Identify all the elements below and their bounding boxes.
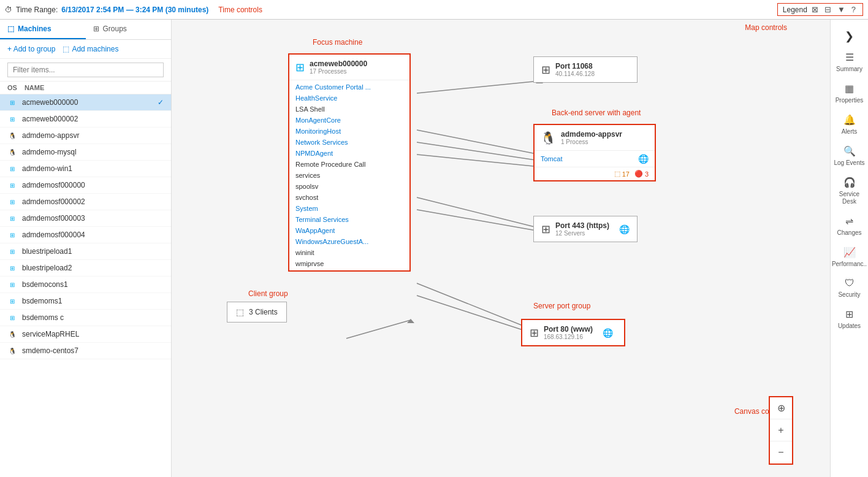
windows-os-icon: ⊞: [7, 263, 17, 273]
focus-machine-service[interactable]: WaAppAgent: [289, 225, 409, 236]
spg-globe-icon: 🌐: [603, 328, 613, 338]
backend-server-box: 🐧 admdemo-appsvr 1 Process Tomcat 🌐 ⬚ 17…: [533, 124, 656, 181]
tab-groups[interactable]: ⊞ Groups: [86, 20, 172, 39]
right-nav-item-service-desk[interactable]: 🎧Service Desk: [829, 172, 868, 210]
add-to-group-button[interactable]: + Add to group: [7, 45, 55, 53]
header: ⏱ Time Range: 6/13/2017 2:54 PM — 3:24 P…: [0, 0, 868, 20]
focus-machine-label: Focus machine: [313, 38, 362, 47]
back-button[interactable]: ❯: [840, 27, 859, 45]
focus-machine-service[interactable]: Network Services: [289, 137, 409, 148]
sidebar-item[interactable]: ⊞bsdemoms c: [0, 310, 171, 326]
linux-os-icon: 🐧: [7, 329, 17, 339]
machine-name: bsdemoms1: [22, 297, 164, 305]
right-nav-item-security[interactable]: 🛡Security: [829, 273, 868, 303]
sidebar-item[interactable]: ⊞admdemosf000004: [0, 227, 171, 243]
focus-machine-service[interactable]: NPMDAgent: [289, 148, 409, 159]
filter-input[interactable]: [7, 63, 164, 77]
focus-machine-service[interactable]: services: [289, 170, 409, 181]
sidebar-item[interactable]: 🐧smdemo-centos7: [0, 343, 171, 359]
focus-machine-service[interactable]: MonitoringHost: [289, 126, 409, 137]
machine-name: acmeweb000000: [22, 98, 153, 107]
focus-machine-service[interactable]: spoolsv: [289, 181, 409, 192]
focus-machine-service[interactable]: WindowsAzureGuestA...: [289, 236, 409, 247]
legend-filter-icon[interactable]: ▼: [836, 5, 847, 14]
spg-icon: ⊞: [530, 326, 539, 340]
sidebar-item[interactable]: ⊞bluestripeload1: [0, 243, 171, 260]
sidebar-item[interactable]: ⊞bluestripeload2: [0, 260, 171, 277]
focus-machine-service[interactable]: System: [289, 203, 409, 214]
legend-help-icon[interactable]: ?: [850, 5, 858, 14]
tab-machines[interactable]: ⬚ Machines: [0, 20, 86, 39]
sidebar-item[interactable]: ⊞admdemosf000002: [0, 194, 171, 210]
sidebar-item[interactable]: ⊞acmeweb000000✓: [0, 94, 171, 111]
svg-line-5: [417, 210, 539, 231]
focus-machine-service[interactable]: wininit: [289, 247, 409, 258]
nav-icon: ▦: [845, 83, 854, 94]
focus-machine-service[interactable]: svchost: [289, 192, 409, 203]
time-controls-label[interactable]: Time controls: [218, 6, 262, 14]
backend-header: 🐧 admdemo-appsvr 1 Process: [535, 125, 655, 151]
nav-label: Service Desk: [832, 191, 867, 205]
backend-footer: ⬚ 17 🔴 3: [535, 167, 655, 180]
add-machines-button[interactable]: ⬚ Add machines: [63, 45, 118, 53]
focus-machine-service[interactable]: Remote Procedure Call: [289, 159, 409, 170]
right-nav-item-alerts[interactable]: 🔔Alerts: [829, 109, 868, 140]
monitor-icon: ⬚: [614, 170, 620, 178]
focus-machine-box: ⊞ acmeweb000000 17 Processes Acme Custom…: [288, 53, 411, 272]
machine-name: serviceMapRHEL: [22, 330, 164, 338]
port-11068-box[interactable]: ⊞ Port 11068 40.114.46.128: [533, 56, 638, 83]
linux-os-icon: 🐧: [7, 131, 17, 140]
right-nav: ❯ ☰Summary▦Properties🔔Alerts🔍Log Events🎧…: [830, 20, 868, 477]
sidebar-item[interactable]: 🐧admdemo-mysql: [0, 144, 171, 161]
focus-machine-processes: 17 Processes: [310, 68, 367, 75]
client-icon: ⬚: [236, 307, 244, 317]
legend-area: Legend ⊠ ⊟ ▼ ?: [777, 3, 863, 16]
sidebar-item[interactable]: ⊞admdemo-win1: [0, 161, 171, 177]
alert-badge: 🔴 3: [634, 170, 649, 178]
svg-line-2: [417, 142, 539, 161]
sidebar-item[interactable]: ⊞admdemosf000003: [0, 210, 171, 227]
server-port-group-label: Server port group: [533, 302, 590, 310]
right-nav-item-performanc--[interactable]: 📈Performanc..: [829, 242, 868, 273]
right-nav-item-updates[interactable]: ⊞Updates: [829, 303, 868, 335]
windows-os-icon: ⊞: [7, 114, 17, 124]
port-443-globe-icon: 🌐: [619, 224, 630, 234]
focus-machine-service[interactable]: wmiprvse: [289, 258, 409, 269]
connections-svg: [172, 20, 830, 477]
sidebar-item[interactable]: 🐧admdemo-appsvr: [0, 128, 171, 144]
right-nav-item-summary[interactable]: ☰Summary: [829, 47, 868, 78]
focus-machine-service[interactable]: MonAgentCore: [289, 115, 409, 126]
client-label: 3 Clients: [249, 308, 278, 316]
nav-icon: ⊞: [845, 308, 853, 320]
right-nav-item-log-events[interactable]: 🔍Log Events: [829, 140, 868, 172]
right-nav-item-changes[interactable]: ⇌Changes: [829, 210, 868, 242]
zoom-out-button[interactable]: −: [770, 441, 792, 464]
port-443-sub: 12 Servers: [555, 230, 609, 237]
server-port-group-box[interactable]: ⊞ Port 80 (www) 168.63.129.16 🌐: [521, 319, 625, 346]
sidebar-item[interactable]: ⊞bsdemocons1: [0, 277, 171, 293]
focus-machine-service[interactable]: Terminal Services: [289, 214, 409, 225]
selected-check-icon: ✓: [158, 98, 164, 107]
focus-machine-service[interactable]: Acme Customer Portal ...: [289, 82, 409, 93]
legend-label: Legend: [783, 6, 807, 14]
right-nav-item-properties[interactable]: ▦Properties: [829, 78, 868, 109]
sidebar-item[interactable]: ⊞admdemosf000000: [0, 177, 171, 194]
sidebar-item[interactable]: ⊞bsdemoms1: [0, 293, 171, 310]
backend-service[interactable]: Tomcat 🌐: [535, 151, 655, 167]
legend-collapse-icon[interactable]: ⊟: [823, 5, 833, 14]
machine-name: admdemosf000004: [22, 231, 164, 239]
nav-label: Log Events: [834, 159, 864, 167]
fit-view-button[interactable]: ⊕: [770, 397, 792, 419]
focus-machine-service[interactable]: HealthService: [289, 93, 409, 104]
focus-machine-service[interactable]: LSA Shell: [289, 104, 409, 115]
zoom-in-button[interactable]: +: [770, 419, 792, 441]
sidebar-item[interactable]: ⊞acmeweb000002: [0, 111, 171, 128]
nav-icon: ⇌: [845, 215, 853, 227]
port-443-box[interactable]: ⊞ Port 443 (https) 12 Servers 🌐: [533, 216, 638, 242]
col-name: NAME: [25, 84, 44, 91]
backend-label: Back-end server with agent: [552, 109, 641, 117]
sidebar-item[interactable]: 🐧serviceMapRHEL: [0, 326, 171, 343]
client-group-box[interactable]: ⬚ 3 Clients: [227, 302, 287, 322]
legend-expand-icon[interactable]: ⊠: [810, 5, 820, 14]
windows-os-icon: ⊞: [7, 246, 17, 256]
